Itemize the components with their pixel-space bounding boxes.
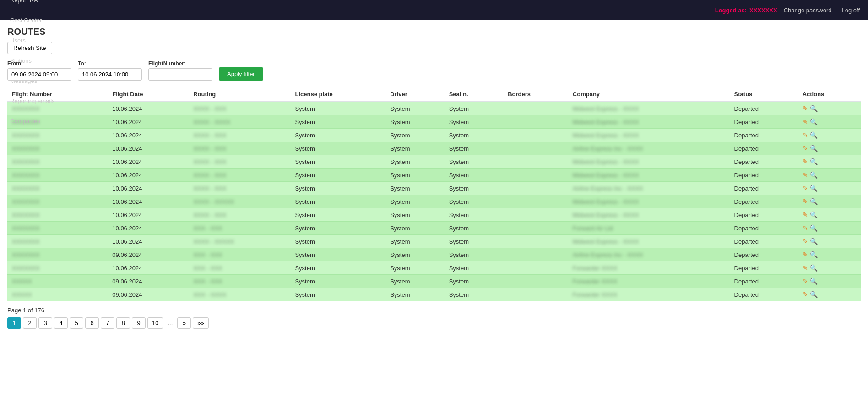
seal-n.-cell: System [445,248,504,261]
seal-n.-cell: System [445,235,504,248]
search-icon[interactable]: 🔍 [810,185,818,192]
license-plate-cell: System [290,235,385,248]
edit-icon[interactable]: ✎ [803,171,808,179]
seal-n.-cell: System [445,261,504,275]
page-button-2[interactable]: 2 [23,317,37,329]
license-plate-cell: System [290,261,385,275]
edit-icon[interactable]: ✎ [803,198,808,205]
edit-icon[interactable]: ✎ [803,224,808,232]
search-icon[interactable]: 🔍 [810,291,818,298]
borders-cell [503,102,568,115]
driver-cell: System [385,115,445,129]
flight-date-cell: 10.06.2024 [108,169,189,182]
license-plate-cell: System [290,195,385,208]
page-button-7[interactable]: 7 [101,317,114,329]
log-off-link[interactable]: Log off [838,0,863,20]
edit-icon[interactable]: ✎ [803,291,808,298]
seal-n.-cell: System [445,288,504,301]
col-routing: Routing [189,87,290,102]
actions-cell: ✎🔍 [798,115,861,129]
status-cell: Departed [730,195,798,208]
search-icon[interactable]: 🔍 [810,278,818,285]
search-icon[interactable]: 🔍 [810,211,818,218]
search-icon[interactable]: 🔍 [810,105,818,112]
search-icon[interactable]: 🔍 [810,198,818,205]
status-cell: Departed [730,102,798,115]
borders-cell [503,155,568,169]
col-flight-date: Flight Date [108,87,189,102]
flight-date-cell: 10.06.2024 [108,155,189,169]
search-icon[interactable]: 🔍 [810,224,818,232]
page-button-8[interactable]: 8 [116,317,130,329]
to-input[interactable] [78,68,142,81]
flight-date-cell: 10.06.2024 [108,208,189,222]
logged-as-user: XXXXXXX [749,7,777,14]
filter-row: From: To: FlightNumber: Apply filter [7,60,861,81]
actions-cell: ✎🔍 [798,208,861,222]
table-row: XXXXXXX10.06.2024XXXX - XXXSystemSystemS… [7,182,861,195]
from-input[interactable] [7,68,71,81]
status-cell: Departed [730,222,798,235]
routing-cell: XXX - XXXX [189,288,290,301]
flight-number-cell: XXXXXXX [7,208,108,222]
search-icon[interactable]: 🔍 [810,238,818,245]
refresh-button[interactable]: Refresh Site [7,42,52,54]
routing-cell: XXX - XXX [189,261,290,275]
from-label: From: [7,60,71,67]
edit-icon[interactable]: ✎ [803,251,808,258]
driver-cell: System [385,169,445,182]
navbar: DemandsRatesRoutesReport flightReport AW… [0,0,868,20]
nav-item-report-ra[interactable]: Report RA [5,0,60,10]
from-group: From: [7,60,71,81]
search-icon[interactable]: 🔍 [810,145,818,152]
edit-icon[interactable]: ✎ [803,105,808,112]
edit-icon[interactable]: ✎ [803,145,808,152]
page-button-3[interactable]: 3 [38,317,52,329]
seal-n.-cell: System [445,195,504,208]
page-button-6[interactable]: 6 [85,317,99,329]
page-button-1[interactable]: 1 [7,317,21,329]
search-icon[interactable]: 🔍 [810,158,818,165]
page-title: ROUTES [7,27,861,37]
edit-icon[interactable]: ✎ [803,185,808,192]
apply-filter-button[interactable]: Apply filter [219,67,263,81]
last-page-button[interactable]: »» [193,317,208,329]
company-cell: Midwest Express - XXXX [568,169,730,182]
col-seal-n.: Seal n. [445,87,504,102]
table-row: XXXXXXX10.06.2024XXX - XXXSystemSystemSy… [7,222,861,235]
borders-cell [503,261,568,275]
page-button-10[interactable]: 10 [147,317,163,329]
borders-cell [503,169,568,182]
routing-cell: XXXX - XXX [189,102,290,115]
license-plate-cell: System [290,288,385,301]
actions-cell: ✎🔍 [798,102,861,115]
edit-icon[interactable]: ✎ [803,264,808,272]
search-icon[interactable]: 🔍 [810,251,818,258]
borders-cell [503,288,568,301]
page-button-9[interactable]: 9 [132,317,146,329]
driver-cell: System [385,248,445,261]
change-password-link[interactable]: Change password [780,0,835,20]
edit-icon[interactable]: ✎ [803,211,808,218]
actions-cell: ✎🔍 [798,248,861,261]
flight-number-input[interactable] [148,68,212,81]
borders-cell [503,182,568,195]
next-page-button[interactable]: » [177,317,191,329]
edit-icon[interactable]: ✎ [803,238,808,245]
edit-icon[interactable]: ✎ [803,118,808,125]
flight-date-cell: 09.06.2024 [108,288,189,301]
edit-icon[interactable]: ✎ [803,131,808,139]
status-cell: Departed [730,129,798,142]
search-icon[interactable]: 🔍 [810,131,818,139]
driver-cell: System [385,288,445,301]
search-icon[interactable]: 🔍 [810,118,818,125]
flight-number-cell: XXXXXXX [7,142,108,155]
search-icon[interactable]: 🔍 [810,171,818,179]
page-button-5[interactable]: 5 [70,317,83,329]
status-cell: Departed [730,142,798,155]
search-icon[interactable]: 🔍 [810,264,818,272]
page-button-4[interactable]: 4 [54,317,68,329]
edit-icon[interactable]: ✎ [803,158,808,165]
edit-icon[interactable]: ✎ [803,278,808,285]
flight-date-cell: 10.06.2024 [108,115,189,129]
